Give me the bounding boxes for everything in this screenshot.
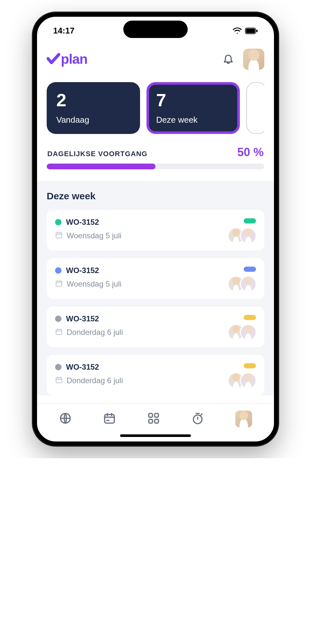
progress-bar [47,164,264,169]
svg-rect-8 [105,414,114,423]
summary-count: 2 [56,91,130,109]
logo-text: plan [61,52,87,67]
svg-rect-2 [256,30,258,32]
status-pill [244,267,256,272]
task-date: Woensdag 5 juli [67,231,121,240]
profile-avatar[interactable] [243,49,264,70]
status-dot [55,267,61,274]
task-id: WO-3152 [66,218,99,227]
nav-grid-icon[interactable] [147,412,160,426]
svg-rect-1 [246,29,255,33]
task-date: Donderdag 6 juli [67,328,123,337]
calendar-icon [55,328,63,337]
task-card[interactable]: WO-3152Woensdag 5 juli [47,258,264,299]
status-pill [244,315,256,320]
svg-rect-11 [149,419,153,423]
notification-bell-icon[interactable] [222,53,234,66]
assignee-avatars [232,372,257,389]
summary-count: 7 [156,91,230,109]
task-card[interactable]: WO-3152Woensdag 5 juli [47,210,264,251]
task-date: Donderdag 6 juli [67,376,123,385]
summary-card-next[interactable] [246,82,264,134]
calendar-icon [55,376,63,385]
phone-frame: 14:17 plan [33,13,278,445]
task-date: Woensdag 5 juli [67,279,121,289]
nav-profile-avatar[interactable] [235,411,252,427]
calendar-icon [55,231,63,240]
nav-calendar-icon[interactable] [103,412,116,426]
calendar-icon [55,279,63,289]
assignee-avatars [232,276,257,292]
summary-label: Deze week [156,115,230,125]
summary-cards-row: 2 Vandaag 7 Deze week [47,82,264,134]
assignee-avatar[interactable] [240,372,257,389]
assignee-avatars [232,324,257,341]
status-time: 14:17 [53,26,75,36]
assignee-avatar[interactable] [240,324,257,341]
task-card[interactable]: WO-3152Donderdag 6 juli [47,307,264,347]
nav-globe-icon[interactable] [59,412,72,426]
svg-rect-6 [56,378,62,383]
status-dot [55,219,61,225]
section-title: Deze week [47,191,264,202]
bottom-nav [37,403,274,431]
home-indicator [120,434,191,437]
nav-timer-icon[interactable] [191,412,204,426]
svg-rect-4 [56,281,62,286]
progress-label: DAGELIJKSE VOORTGANG [47,150,147,158]
task-card[interactable]: WO-3152Donderdag 6 juli [47,355,264,395]
status-pill [244,363,256,368]
battery-icon [245,28,258,34]
summary-card-week[interactable]: 7 Deze week [146,82,240,134]
phone-notch [123,21,188,38]
summary-label: Vandaag [56,115,130,125]
app-header: plan [47,39,264,76]
app-logo[interactable]: plan [47,52,87,67]
summary-card-today[interactable]: 2 Vandaag [47,82,140,134]
assignee-avatar[interactable] [240,227,257,244]
status-dot [55,316,61,322]
svg-rect-5 [56,329,62,335]
task-id: WO-3152 [66,314,99,323]
assignee-avatars [232,227,257,244]
status-pill [244,218,256,223]
wifi-icon [233,27,242,34]
status-dot [55,364,61,370]
svg-rect-10 [155,413,158,417]
progress-percent: 50 % [237,146,264,159]
progress-fill [47,164,156,169]
svg-rect-9 [149,413,153,417]
svg-rect-12 [155,419,158,423]
assignee-avatar[interactable] [240,276,257,292]
svg-rect-3 [56,233,62,238]
progress-header: DAGELIJKSE VOORTGANG 50 % [47,144,264,164]
task-id: WO-3152 [66,363,99,372]
tasks-section: Deze week WO-3152Woensdag 5 juliWO-3152W… [37,181,274,395]
task-id: WO-3152 [66,266,99,275]
